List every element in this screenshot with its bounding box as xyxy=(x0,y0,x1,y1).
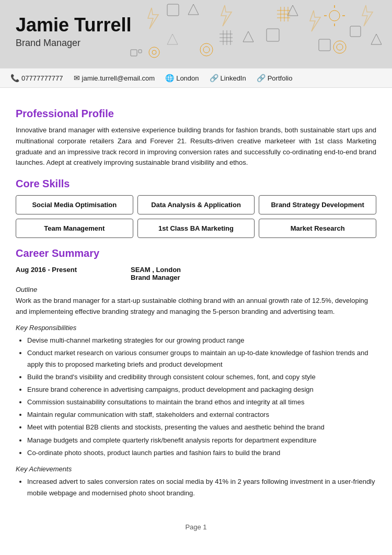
phone-icon: 📞 xyxy=(10,74,19,82)
outline-label: Outline xyxy=(16,286,376,293)
contact-bar: 📞 07777777777 ✉ jamie.turrell@email.com … xyxy=(0,68,392,88)
career-org-role: SEAM , London Brand Manager xyxy=(131,266,181,281)
location-icon: 🌐 xyxy=(165,74,174,82)
achievements-label: Key Achievements xyxy=(16,465,376,473)
responsibility-7: Meet with potential B2B clients and stoc… xyxy=(27,422,376,433)
career-role: Brand Manager xyxy=(131,274,181,281)
linkedin-icon: 🔗 xyxy=(210,74,218,82)
profile-heading: Professional Profile xyxy=(16,108,376,120)
career-entry-1: Aug 2016 - Present SEAM , London Brand M… xyxy=(16,266,376,499)
responsibility-2: Conduct market research on various consu… xyxy=(27,347,376,370)
skill-3: Brand Strategy Development xyxy=(259,195,376,214)
skills-heading: Core Skills xyxy=(16,178,376,190)
svg-rect-4 xyxy=(167,4,179,16)
career-entry-header: Aug 2016 - Present SEAM , London Brand M… xyxy=(16,266,376,281)
contact-location: 🌐 London xyxy=(165,74,199,82)
email-icon: ✉ xyxy=(74,74,80,82)
career-heading: Career Summary xyxy=(16,247,376,259)
svg-point-36 xyxy=(152,50,156,54)
responsibilities-list: Devise multi-channel marketing strategie… xyxy=(16,335,376,459)
page-number: Page 1 xyxy=(0,516,392,536)
main-content: Professional Profile Innovative brand ma… xyxy=(0,88,392,516)
email-address: jamie.turrell@email.com xyxy=(82,74,155,82)
responsibility-4: Ensure brand coherence in advertising ca… xyxy=(27,384,376,395)
responsibilities-label: Key Responsibilities xyxy=(16,324,376,332)
responsibility-8: Manage budgets and complete quarterly ri… xyxy=(27,435,376,446)
contact-email: ✉ jamie.turrell@email.com xyxy=(74,74,155,82)
contact-phone: 📞 07777777777 xyxy=(10,74,63,82)
header: Jamie Turrell Brand Manager xyxy=(0,0,392,68)
phone-number: 07777777777 xyxy=(21,74,63,82)
responsibility-9: Co-ordinate photo shoots, product launch… xyxy=(27,447,376,459)
svg-marker-10 xyxy=(287,5,298,16)
outline-text: Work as the brand manager for a start-up… xyxy=(16,296,376,318)
header-job-title: Brand Manager xyxy=(16,38,376,49)
portfolio-icon: 🔗 xyxy=(257,74,266,82)
responsibility-6: Maintain regular communication with staf… xyxy=(27,409,376,421)
career-organisation: SEAM , London xyxy=(131,266,181,274)
responsibility-3: Build the brand's visibility and credibi… xyxy=(27,371,376,383)
svg-rect-34 xyxy=(139,50,142,53)
svg-marker-8 xyxy=(188,4,199,15)
skill-1: Social Media Optimisation xyxy=(16,195,133,214)
contact-portfolio[interactable]: 🔗 Portfolio xyxy=(257,74,293,82)
skill-4: Team Management xyxy=(16,219,133,238)
svg-rect-33 xyxy=(131,50,137,56)
header-name: Jamie Turrell xyxy=(16,15,376,36)
svg-point-35 xyxy=(149,47,159,58)
profile-text: Innovative brand manager with extensive … xyxy=(16,125,376,168)
responsibility-5: Commission sustainability consultations … xyxy=(27,397,376,408)
contact-linkedin[interactable]: 🔗 LinkedIn xyxy=(210,74,246,82)
skill-2: Data Analysis & Application xyxy=(137,195,255,214)
skills-grid: Social Media Optimisation Data Analysis … xyxy=(16,195,376,238)
linkedin-label: LinkedIn xyxy=(221,74,246,82)
resume-page: Jamie Turrell Brand Manager 📞 0777777777… xyxy=(0,0,392,555)
skill-5: 1st Class BA Marketing xyxy=(137,219,255,238)
career-dates: Aug 2016 - Present xyxy=(16,266,131,281)
location-text: London xyxy=(176,74,199,82)
portfolio-label: Portfolio xyxy=(268,74,293,82)
skill-6: Market Research xyxy=(259,219,376,238)
achievements-list: Increased advert to sales conversion rat… xyxy=(16,476,376,499)
achievement-1: Increased advert to sales conversion rat… xyxy=(27,476,376,499)
responsibility-1: Devise multi-channel marketing strategie… xyxy=(27,335,376,346)
